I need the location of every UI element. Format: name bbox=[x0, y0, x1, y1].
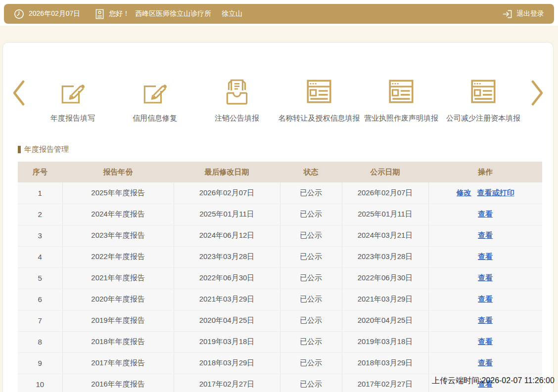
inbox-document-icon bbox=[223, 77, 251, 106]
upload-timestamp: 上传云端时间:2026-02-07 11:26:00 bbox=[432, 376, 555, 386]
cell-status: 已公示 bbox=[280, 352, 342, 374]
current-date: 2026年02月07日 bbox=[29, 9, 80, 18]
carousel-item-capital-reduction[interactable]: 公司减少注册资本填报 bbox=[442, 77, 524, 123]
carousel-item-credit-info-repair[interactable]: 信用信息修复 bbox=[114, 77, 196, 123]
table-row: 12025年年度报告2026年02月07日已公示2026年02月07日修改查看或… bbox=[18, 182, 542, 204]
cell-modified: 2018年03月29日 bbox=[174, 352, 280, 374]
cell-modified: 2022年06月30日 bbox=[174, 267, 280, 289]
cell-status: 已公示 bbox=[280, 225, 342, 246]
action-link-view[interactable]: 查看 bbox=[478, 295, 493, 303]
cell-modified: 2026年02月07日 bbox=[174, 182, 280, 204]
column-header-modified: 最后修改日期 bbox=[174, 162, 280, 182]
cell-seq: 3 bbox=[18, 225, 62, 246]
cell-status: 已公示 bbox=[280, 182, 342, 204]
cell-seq: 2 bbox=[18, 204, 62, 225]
column-header-seq: 序号 bbox=[18, 162, 62, 182]
logout-button[interactable]: 退出登录 bbox=[502, 9, 544, 19]
column-header-status: 状态 bbox=[280, 162, 342, 182]
carousel-next-button[interactable] bbox=[524, 77, 550, 108]
cell-year: 2025年年度报告 bbox=[62, 182, 174, 204]
action-link-view-or-print[interactable]: 查看或打印 bbox=[477, 188, 514, 197]
cell-modified: 2023年03月28日 bbox=[174, 246, 280, 267]
cell-status: 已公示 bbox=[280, 204, 342, 225]
table-row: 32023年年度报告2024年06月12日已公示2024年03月21日查看 bbox=[18, 225, 542, 246]
cell-modified: 2017年02月27日 bbox=[174, 374, 280, 392]
cell-year: 2019年年度报告 bbox=[62, 310, 174, 331]
cell-actions: 查看 bbox=[428, 225, 542, 246]
top-bar: 2026年02月07日 您好！ 西峰区医师徐立山诊疗所 徐立山 退出登录 bbox=[4, 4, 554, 24]
carousel-item-license-void-declaration[interactable]: 营业执照作废声明填报 bbox=[360, 77, 442, 123]
carousel-item-label: 信用信息修复 bbox=[133, 114, 177, 123]
function-carousel: 年度报告填写 信用信息修复 注销公告填报 名称转让及授权信息填报 营业执照作废声… bbox=[3, 77, 553, 123]
cell-published: 2019年03月18日 bbox=[342, 331, 428, 352]
cell-status: 已公示 bbox=[280, 374, 342, 392]
cell-published: 2017年02月27日 bbox=[342, 374, 428, 392]
cell-seq: 9 bbox=[18, 352, 62, 374]
carousel-item-annual-report-fill[interactable]: 年度报告填写 bbox=[32, 77, 114, 123]
action-link-view[interactable]: 查看 bbox=[478, 210, 493, 218]
table-row: 42022年年度报告2023年03月28日已公示2023年03月28日查看 bbox=[18, 246, 542, 267]
cell-seq: 1 bbox=[18, 182, 62, 204]
cell-published: 2025年01月11日 bbox=[342, 204, 428, 225]
cell-actions: 查看 bbox=[428, 204, 542, 225]
cell-seq: 8 bbox=[18, 331, 62, 352]
action-link-view[interactable]: 查看 bbox=[478, 231, 493, 239]
carousel-prev-button[interactable] bbox=[6, 77, 32, 108]
cell-published: 2021年03月29日 bbox=[342, 289, 428, 310]
cell-seq: 5 bbox=[18, 267, 62, 289]
cell-published: 2020年04月25日 bbox=[342, 310, 428, 331]
cell-actions: 查看 bbox=[428, 352, 542, 374]
cell-year: 2023年年度报告 bbox=[62, 225, 174, 246]
cell-seq: 7 bbox=[18, 310, 62, 331]
edit-square-icon bbox=[140, 77, 169, 106]
cell-seq: 6 bbox=[18, 289, 62, 310]
cell-modified: 2021年03月29日 bbox=[174, 289, 280, 310]
carousel-item-name-transfer-authorization[interactable]: 名称转让及授权信息填报 bbox=[278, 77, 360, 123]
cell-actions: 查看 bbox=[428, 310, 542, 331]
chevron-right-icon bbox=[531, 80, 544, 108]
cell-status: 已公示 bbox=[280, 267, 342, 289]
greeting-text: 您好！ bbox=[109, 9, 130, 18]
carousel-item-label: 注销公告填报 bbox=[215, 114, 259, 123]
annual-report-table: 序号报告年份最后修改日期状态公示日期操作 12025年年度报告2026年02月0… bbox=[18, 162, 542, 392]
cell-actions: 查看 bbox=[428, 331, 542, 352]
cell-seq: 4 bbox=[18, 246, 62, 267]
cell-year: 2020年年度报告 bbox=[62, 289, 174, 310]
carousel-item-label: 营业执照作废声明填报 bbox=[364, 114, 438, 123]
table-row: 82018年年度报告2019年03月18日已公示2019年03月18日查看 bbox=[18, 331, 542, 352]
user-group: 您好！ 西峰区医师徐立山诊疗所 徐立山 bbox=[95, 8, 242, 20]
cell-year: 2018年年度报告 bbox=[62, 331, 174, 352]
cell-year: 2017年年度报告 bbox=[62, 352, 174, 374]
logout-label: 退出登录 bbox=[516, 9, 544, 18]
cell-status: 已公示 bbox=[280, 246, 342, 267]
cell-year: 2016年年度报告 bbox=[62, 374, 174, 392]
carousel-item-label: 名称转让及授权信息填报 bbox=[279, 114, 360, 123]
browser-window-icon bbox=[469, 77, 498, 106]
carousel-item-label: 公司减少注册资本填报 bbox=[446, 114, 520, 123]
action-link-view[interactable]: 查看 bbox=[478, 252, 493, 261]
clock-icon bbox=[14, 9, 24, 19]
organization-name: 西峰区医师徐立山诊疗所 bbox=[135, 9, 211, 18]
table-row: 92017年年度报告2018年03月29日已公示2018年03月29日查看 bbox=[18, 352, 542, 374]
cell-status: 已公示 bbox=[280, 331, 342, 352]
cell-published: 2023年03月28日 bbox=[342, 246, 428, 267]
column-header-actions: 操作 bbox=[428, 162, 542, 182]
action-link-view[interactable]: 查看 bbox=[478, 358, 493, 367]
action-link-view[interactable]: 查看 bbox=[478, 337, 493, 346]
table-header-row: 序号报告年份最后修改日期状态公示日期操作 bbox=[18, 162, 542, 182]
cell-actions: 修改查看或打印 bbox=[428, 182, 542, 204]
table-row: 72019年年度报告2020年04月25日已公示2020年04月25日查看 bbox=[18, 310, 542, 331]
action-link-view[interactable]: 查看 bbox=[478, 316, 493, 324]
edit-square-icon bbox=[58, 77, 87, 106]
action-link-modify[interactable]: 修改 bbox=[457, 188, 471, 197]
cell-published: 2024年03月21日 bbox=[342, 225, 428, 246]
annual-report-table-wrap: 序号报告年份最后修改日期状态公示日期操作 12025年年度报告2026年02月0… bbox=[18, 162, 538, 392]
browser-window-icon bbox=[305, 77, 333, 106]
carousel-item-cancellation-announcement[interactable]: 注销公告填报 bbox=[196, 77, 278, 123]
action-link-view[interactable]: 查看 bbox=[478, 273, 493, 282]
date-group: 2026年02月07日 bbox=[14, 9, 80, 19]
id-card-icon bbox=[95, 8, 104, 20]
cell-seq: 10 bbox=[18, 374, 62, 392]
cell-status: 已公示 bbox=[280, 310, 342, 331]
cell-published: 2026年02月07日 bbox=[342, 182, 428, 204]
